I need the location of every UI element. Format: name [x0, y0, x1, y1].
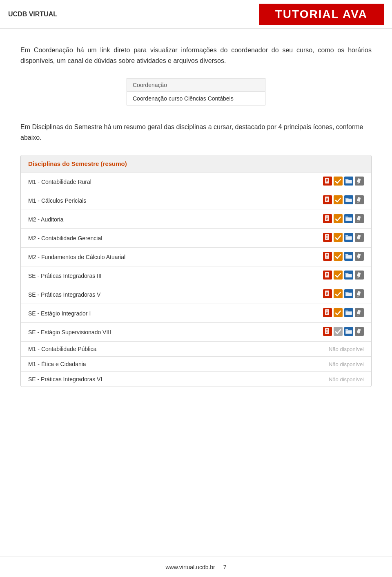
svg-marker-28: [329, 234, 330, 235]
svg-marker-23: [357, 221, 359, 221]
red-book-icon[interactable]: [323, 308, 332, 317]
icons-cell: [310, 229, 371, 248]
edit-icon[interactable]: [355, 289, 364, 298]
red-book-icon[interactable]: [323, 271, 332, 280]
table-row: M2 - Fundamentos de Cálculo Atuarial: [21, 248, 371, 266]
icon-group: [323, 195, 364, 204]
svg-marker-20: [329, 215, 330, 217]
svg-marker-68: [329, 328, 330, 329]
folder-icon[interactable]: [344, 195, 353, 204]
folder-icon[interactable]: [344, 308, 353, 317]
unavailable-label: Não disponível: [310, 372, 371, 387]
header: UCDB VIRTUAL TUTORIAL AVA: [0, 0, 392, 29]
red-book-icon[interactable]: [323, 177, 332, 186]
discipline-name: SE - Práticas Integradoras III: [21, 266, 310, 285]
folder-icon[interactable]: [344, 289, 353, 298]
icons-cell: [310, 304, 371, 323]
svg-marker-39: [357, 258, 359, 259]
table-row: M1 - Contabilidade Rural: [21, 172, 371, 191]
main-content: Em Coordenação há um link direto para vi…: [0, 29, 392, 428]
table-row: SE - Práticas Integradoras III: [21, 266, 371, 285]
edit-icon[interactable]: [355, 214, 364, 223]
disciplinas-table-title: Disciplinas do Semestre (resumo): [21, 155, 371, 172]
edit-icon[interactable]: [355, 252, 364, 261]
edit-icon[interactable]: [355, 233, 364, 242]
red-book-icon[interactable]: [323, 252, 332, 261]
footer: www.virtual.ucdb.br 7: [0, 557, 392, 577]
check-icon[interactable]: [334, 177, 343, 186]
svg-rect-46: [357, 273, 361, 277]
svg-rect-54: [357, 291, 361, 296]
discipline-name: M1 - Cálculos Periciais: [21, 191, 310, 210]
check-icon[interactable]: [334, 289, 343, 298]
discipline-name: M2 - Auditoria: [21, 210, 310, 229]
table-row: M2 - Contabilidade Gerencial: [21, 229, 371, 248]
edit-icon[interactable]: [355, 327, 364, 336]
discipline-name: SE - Estágio Supervisionado VIII: [21, 323, 310, 342]
svg-rect-30: [357, 235, 361, 239]
edit-icon[interactable]: [355, 195, 364, 204]
red-book-icon[interactable]: [323, 233, 332, 242]
discipline-name: M1 - Ética e Cidadania: [21, 357, 310, 372]
edit-icon[interactable]: [355, 177, 364, 186]
discipline-name: M2 - Fundamentos de Cálculo Atuarial: [21, 248, 310, 266]
coordenacao-box: Coordenação Coordenação curso Ciências C…: [127, 78, 265, 105]
unavailable-label: Não disponível: [310, 342, 371, 357]
svg-marker-12: [329, 197, 330, 198]
edit-icon[interactable]: [355, 271, 364, 280]
icons-cell: [310, 210, 371, 229]
icon-group: [323, 327, 364, 336]
icons-cell: [310, 323, 371, 342]
check-icon[interactable]: [334, 327, 343, 336]
check-icon[interactable]: [334, 308, 343, 317]
red-book-icon[interactable]: [323, 289, 332, 298]
folder-icon[interactable]: [344, 233, 353, 242]
check-icon[interactable]: [334, 233, 343, 242]
check-icon[interactable]: [334, 195, 343, 204]
table-row: M1 - Ética e CidadaniaNão disponível: [21, 357, 371, 372]
svg-rect-6: [357, 179, 361, 183]
icon-group: [323, 308, 364, 317]
icon-group: [323, 177, 364, 186]
discipline-name: M1 - Contabilidade Pública: [21, 342, 310, 357]
table-row: SE - Estágio Supervisionado VIII: [21, 323, 371, 342]
folder-icon[interactable]: [344, 177, 353, 186]
svg-rect-38: [357, 254, 361, 258]
svg-marker-36: [329, 253, 330, 254]
red-book-icon[interactable]: [323, 214, 332, 223]
table-row: SE - Práticas Integradoras V: [21, 285, 371, 304]
header-title: TUTORIAL AVA: [259, 4, 384, 25]
disciplinas-table-container: Disciplinas do Semestre (resumo) M1 - Co…: [20, 155, 372, 387]
icon-group: [323, 271, 364, 280]
folder-icon[interactable]: [344, 271, 353, 280]
icon-group: [323, 214, 364, 223]
svg-marker-47: [357, 277, 359, 278]
red-book-icon[interactable]: [323, 195, 332, 204]
footer-url: www.virtual.ucdb.br: [165, 564, 215, 570]
coord-item: Coordenação curso Ciências Contábeis: [127, 92, 265, 105]
svg-marker-71: [357, 333, 359, 334]
svg-marker-55: [357, 296, 359, 297]
svg-rect-22: [357, 216, 361, 221]
icons-cell: [310, 172, 371, 191]
svg-marker-63: [357, 315, 359, 315]
folder-icon[interactable]: [344, 327, 353, 336]
check-icon[interactable]: [334, 214, 343, 223]
red-book-icon[interactable]: [323, 327, 332, 336]
check-icon[interactable]: [334, 271, 343, 280]
svg-marker-15: [357, 202, 359, 203]
folder-icon[interactable]: [344, 252, 353, 261]
table-row: M2 - Auditoria: [21, 210, 371, 229]
svg-marker-7: [357, 183, 359, 184]
icon-group: [323, 252, 364, 261]
edit-icon[interactable]: [355, 308, 364, 317]
icons-cell: [310, 285, 371, 304]
check-icon[interactable]: [334, 252, 343, 261]
footer-page: 7: [223, 564, 227, 570]
icon-group: [323, 233, 364, 242]
table-row: M1 - Contabilidade PúblicaNão disponível: [21, 342, 371, 357]
icon-group: [323, 289, 364, 298]
folder-icon[interactable]: [344, 214, 353, 223]
icons-cell: [310, 191, 371, 210]
unavailable-label: Não disponível: [310, 357, 371, 372]
